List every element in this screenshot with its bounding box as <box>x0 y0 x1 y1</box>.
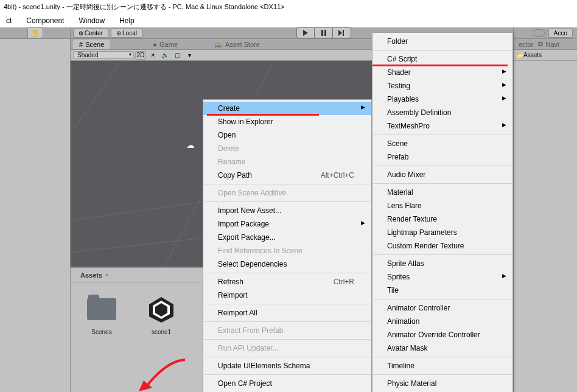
ctx-delete: Delete <box>203 142 371 155</box>
folder-icon <box>87 298 116 320</box>
context-menu-assets: Create▶ Show in Explorer Open Delete Ren… <box>203 99 372 392</box>
hierarchy-panel: ✋ <box>0 27 71 392</box>
main-area: ✋ ⊕ Center ⊕ Local # Scene ● Game 🏬 Asse… <box>0 27 577 392</box>
ctx-create-sprite-atlas[interactable]: Sprite Atlas <box>372 257 512 270</box>
fx-dropdown-icon[interactable]: ▾ <box>184 51 195 60</box>
ctx-import-package[interactable]: Import Package▶ <box>203 217 371 231</box>
cloud-icon <box>534 29 545 37</box>
tab-asset-store[interactable]: 🏬 Asset Store <box>208 39 266 49</box>
ctx-reimport[interactable]: Reimport <box>203 289 371 302</box>
ctx-create-scene[interactable]: Scene <box>372 137 512 150</box>
lighting-icon[interactable]: ☀ <box>147 51 158 60</box>
ctx-create-lens-flare[interactable]: Lens Flare <box>372 199 512 212</box>
cloud-button[interactable] <box>533 29 546 37</box>
ctx-rename: Rename <box>203 155 371 169</box>
ctx-open-scene-additive: Open Scene Additive <box>203 186 371 200</box>
fx-icon[interactable]: ▢ <box>172 51 183 60</box>
ctx-create-material[interactable]: Material <box>372 186 512 199</box>
ctx-create-animator-override-controller[interactable]: Animator Override Controller <box>372 328 512 341</box>
ctx-create-textmeshpro[interactable]: TextMeshPro▶ <box>372 119 512 133</box>
ctx-create-assembly-definition[interactable]: Assembly Definition <box>372 106 512 119</box>
step-button[interactable] <box>333 27 351 38</box>
ctx-create[interactable]: Create▶ <box>203 102 371 115</box>
asset-folder-scenes[interactable]: Scenes <box>80 295 123 335</box>
ctx-run-api-updater: Run API Updater... <box>203 341 371 355</box>
menu-window[interactable]: Window <box>72 15 111 26</box>
tab-navigation[interactable]: ⧉ Navi <box>536 39 561 49</box>
svg-rect-4 <box>343 30 344 36</box>
tab-scene[interactable]: # Scene <box>73 40 110 49</box>
ctx-refresh[interactable]: RefreshCtrl+R <box>203 275 371 289</box>
ctx-create-audio-mixer[interactable]: Audio Mixer <box>372 168 512 181</box>
audio-icon[interactable]: 🔊 <box>159 51 170 60</box>
title-bar: 4bit) - scene1.unity - 一定時間後に別シーンに遷移する -… <box>0 0 577 14</box>
menu-bar: ct Component Window Help <box>0 14 577 27</box>
ctx-export-package[interactable]: Export Package... <box>203 231 371 244</box>
play-controls <box>296 27 351 38</box>
menu-component[interactable]: Component <box>20 15 70 26</box>
unity-scene-icon <box>147 295 176 324</box>
assets-folder-row[interactable]: 📁 Assets <box>514 50 577 61</box>
ctx-extract-from-prefab: Extract From Prefab <box>203 324 371 337</box>
svg-marker-0 <box>303 30 308 36</box>
menu-gameobject[interactable]: ct <box>0 15 18 26</box>
ctx-create-sprites[interactable]: Sprites▶ <box>372 270 512 284</box>
ctx-create-folder[interactable]: Folder <box>372 35 512 48</box>
cloud-gizmo-icon: ☁ <box>186 140 195 150</box>
context-menu-create: Folder C# Script Shader▶ Testing▶ Playab… <box>372 32 513 392</box>
ctx-create-playables[interactable]: Playables▶ <box>372 93 512 106</box>
ctx-copy-path[interactable]: Copy PathAlt+Ctrl+C <box>203 169 371 182</box>
ctx-import-new-asset[interactable]: Import New Asset... <box>203 204 371 217</box>
ctx-select-dependencies[interactable]: Select Dependencies <box>203 257 371 271</box>
menu-help[interactable]: Help <box>113 15 141 26</box>
2d-toggle[interactable]: 2D <box>135 51 146 60</box>
svg-marker-3 <box>338 30 342 36</box>
svg-rect-2 <box>324 30 326 36</box>
pause-button[interactable] <box>315 27 333 38</box>
ctx-create-animation[interactable]: Animation <box>372 315 512 328</box>
tab-game[interactable]: ● Game <box>147 40 184 49</box>
ctx-create-tile[interactable]: Tile <box>372 284 512 297</box>
pivot-local-button[interactable]: ⊕ Local <box>111 29 142 38</box>
ctx-create-testing[interactable]: Testing▶ <box>372 79 512 93</box>
ctx-create-custom-render-texture[interactable]: Custom Render Texture <box>372 239 512 253</box>
pivot-center-button[interactable]: ⊕ Center <box>73 29 108 38</box>
ctx-create-shader[interactable]: Shader▶ <box>372 66 512 79</box>
ctx-create-prefab[interactable]: Prefab <box>372 150 512 164</box>
ctx-show-in-explorer[interactable]: Show in Explorer <box>203 115 371 128</box>
ctx-create-physic-material[interactable]: Physic Material <box>372 377 512 390</box>
ctx-reimport-all[interactable]: Reimport All <box>203 306 371 320</box>
hand-tool-button[interactable]: ✋ <box>27 27 43 38</box>
ctx-create-timeline[interactable]: Timeline <box>372 359 512 373</box>
ctx-create-render-texture[interactable]: Render Texture <box>372 212 512 226</box>
ctx-find-references: Find References In Scene <box>203 244 371 257</box>
shading-mode-dropdown[interactable]: Shaded <box>73 51 134 59</box>
account-button[interactable]: Acco <box>548 29 573 38</box>
asset-scene1[interactable]: scene1 <box>140 295 183 335</box>
ctx-open[interactable]: Open <box>203 128 371 142</box>
inspector-panel: Acco ector ⧉ Navi 📁 Assets <box>513 27 577 392</box>
svg-rect-1 <box>321 30 323 36</box>
ctx-create-animator-controller[interactable]: Animator Controller <box>372 301 512 315</box>
play-button[interactable] <box>296 27 315 38</box>
ctx-open-csharp-project[interactable]: Open C# Project <box>203 377 371 390</box>
tab-inspector[interactable]: ector <box>516 40 536 49</box>
ctx-create-avatar-mask[interactable]: Avatar Mask <box>372 341 512 355</box>
ctx-create-csharp-script[interactable]: C# Script <box>372 52 512 66</box>
ctx-update-uielements[interactable]: Update UIElements Schema <box>203 359 371 373</box>
ctx-create-lightmap-parameters[interactable]: Lightmap Parameters <box>372 226 512 239</box>
